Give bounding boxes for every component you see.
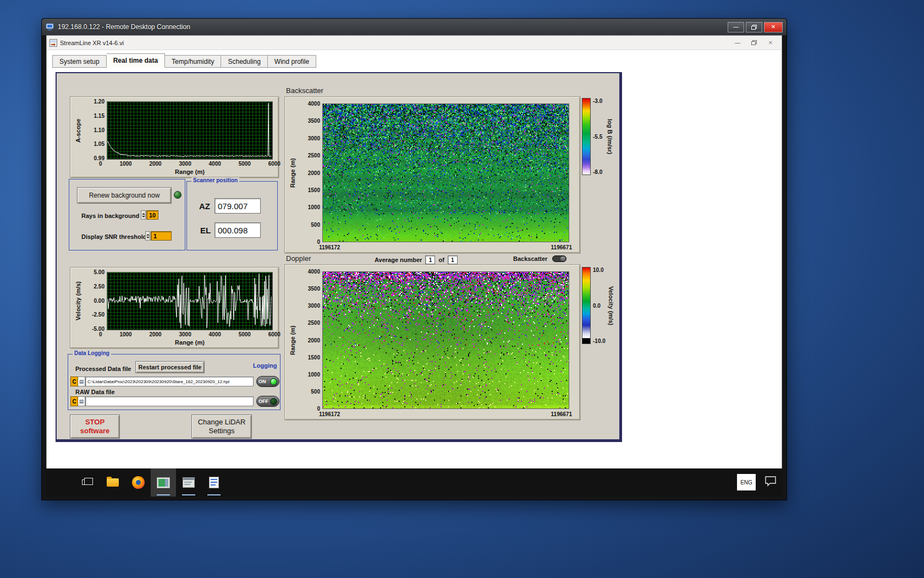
a-scope-x-axis-label: Range (m) bbox=[107, 168, 273, 175]
change-line1: Change LiDAR bbox=[198, 418, 246, 427]
data-logging-group: Data Logging Processed Data file Restart… bbox=[68, 354, 280, 410]
document-app-button[interactable] bbox=[201, 468, 227, 497]
backscatter-y-ticks: 40003500300025002000150010005000 bbox=[301, 101, 320, 245]
az-label: AZ bbox=[199, 201, 210, 211]
tab-wind-profile[interactable]: Wind profile bbox=[268, 55, 316, 68]
doppler-x-end: 1196671 bbox=[551, 411, 572, 417]
firefox-button[interactable] bbox=[125, 468, 151, 497]
backscatter-x-end: 1196671 bbox=[551, 244, 572, 250]
data-logging-title: Data Logging bbox=[73, 350, 111, 356]
browse-file-icon[interactable]: ▤ bbox=[78, 377, 85, 386]
rdp-close-button[interactable]: ✕ bbox=[764, 22, 783, 32]
average-number-field[interactable]: 1 bbox=[425, 255, 435, 264]
firefox-icon bbox=[132, 476, 145, 489]
raw-drive-selector[interactable]: C bbox=[70, 396, 78, 406]
scan-scheduler-button[interactable] bbox=[176, 468, 201, 497]
processed-logging-toggle[interactable]: ON bbox=[256, 376, 279, 387]
logging-label: Logging bbox=[253, 362, 277, 369]
processed-data-file-label: Processed Data file bbox=[75, 366, 131, 372]
tab-strip: System setup Real time data Temp/humidit… bbox=[47, 50, 782, 68]
restart-processed-file-button[interactable]: Restart processed file bbox=[135, 361, 205, 373]
doppler-colorbar-ticks: 10.00.0-10.0 bbox=[593, 267, 606, 344]
scanner-position-group: Scanner position AZ 079.007 EL 000.098 bbox=[186, 181, 278, 250]
rays-in-background-label: Rays in background bbox=[81, 212, 139, 219]
az-value-field[interactable]: 079.007 bbox=[215, 198, 261, 214]
taskbar: ENG bbox=[46, 468, 782, 497]
app-titlebar[interactable]: StreamLine XR v14-6.vi — ✕ bbox=[47, 36, 782, 50]
streamline-taskbar-button[interactable] bbox=[151, 468, 176, 497]
a-scope-x-ticks: 0100020003000400050006000 bbox=[99, 161, 280, 167]
browse-file-icon[interactable]: ▤ bbox=[78, 396, 85, 406]
rays-in-background-field[interactable]: 10 bbox=[146, 210, 158, 220]
rdp-restore-button[interactable] bbox=[746, 22, 762, 32]
rdp-window: 192.168.0.122 - Remote Desktop Connectio… bbox=[41, 18, 787, 500]
renew-background-button[interactable]: Renew background now bbox=[77, 187, 172, 204]
doppler-colorbar-label: Velocity (m/s) bbox=[608, 269, 614, 342]
processed-drive-selector[interactable]: C bbox=[70, 377, 78, 386]
doppler-y-ticks: 40003500300025002000150010005000 bbox=[301, 269, 320, 412]
chat-bubble-icon bbox=[765, 476, 777, 487]
language-indicator[interactable]: ENG bbox=[737, 474, 756, 490]
app-restore-button[interactable] bbox=[746, 37, 762, 48]
tab-temp-humidity[interactable]: Temp/humidity bbox=[165, 55, 221, 68]
el-value-field[interactable]: 000.098 bbox=[215, 222, 261, 238]
tab-system-setup[interactable]: System setup bbox=[52, 55, 107, 68]
backscatter-colorbar-gradient bbox=[582, 98, 591, 175]
a-scope-plot bbox=[107, 101, 273, 160]
display-snr-threshold-field[interactable]: 1 bbox=[151, 231, 172, 241]
rdp-titlebar[interactable]: 192.168.0.122 - Remote Desktop Connectio… bbox=[42, 19, 787, 35]
a-scope-plotbox: A-scope 1.201.151.101.050.99 01000200030… bbox=[70, 96, 279, 178]
app-minimize-button[interactable]: — bbox=[729, 37, 746, 48]
backscatter-x-range: 1196172 1196671 bbox=[319, 244, 572, 250]
raw-data-file-path[interactable] bbox=[85, 396, 254, 406]
velocity-y-axis-label: Velocity (m/s) bbox=[75, 272, 81, 330]
tab-real-time-data[interactable]: Real time data bbox=[107, 53, 165, 68]
backscatter-toggle-label: Backscatter bbox=[513, 255, 547, 262]
raw-path-row: C ▤ bbox=[70, 396, 254, 406]
streamline-app-window: StreamLine XR v14-6.vi — ✕ System setup … bbox=[46, 35, 782, 470]
labview-vi-icon bbox=[50, 39, 57, 47]
average-of-field[interactable]: 1 bbox=[448, 255, 458, 264]
folder-icon bbox=[107, 478, 119, 487]
change-lidar-settings-button[interactable]: Change LiDAR Settings bbox=[191, 415, 252, 439]
doppler-title: Doppler bbox=[286, 254, 311, 263]
task-view-button[interactable] bbox=[75, 468, 100, 497]
notifications-button[interactable] bbox=[765, 476, 777, 489]
backscatter-title: Backscatter bbox=[286, 86, 323, 95]
backscatter-plotbox: Range (m) 400035003000250020001500100050… bbox=[284, 96, 580, 253]
real-time-data-panel: A-scope 1.201.151.101.050.99 01000200030… bbox=[56, 72, 622, 442]
doppler-colorbar: 10.00.0-10.0 bbox=[582, 267, 606, 344]
raw-data-file-label: RAW Data file bbox=[75, 389, 115, 395]
backscatter-toggle-switch[interactable] bbox=[552, 255, 566, 262]
velocity-plotbox: Velocity (m/s) 5.002.500.00-2.50-5.00 01… bbox=[70, 267, 279, 348]
velocity-x-axis-label: Range (m) bbox=[107, 339, 273, 346]
remote-desktop-icon bbox=[46, 23, 54, 31]
file-explorer-button[interactable] bbox=[100, 468, 125, 497]
tab-scheduling[interactable]: Scheduling bbox=[221, 55, 267, 68]
restore-icon bbox=[751, 25, 757, 30]
backscatter-toggle-control: Backscatter bbox=[513, 255, 566, 262]
processed-data-file-path[interactable]: C:\Lidar\Data\Proc\2023\202309\20230920\… bbox=[85, 377, 254, 386]
processed-path-row: C ▤ C:\Lidar\Data\Proc\2023\202309\20230… bbox=[70, 377, 254, 386]
doppler-heatmap bbox=[322, 271, 569, 409]
velocity-y-ticks: 5.002.500.00-2.50-5.00 bbox=[85, 269, 105, 332]
doppler-plotbox: Range (m) 400035003000250020001500100050… bbox=[284, 264, 580, 420]
el-label: EL bbox=[200, 226, 211, 235]
doppler-colorbar-underflow bbox=[582, 339, 591, 344]
snr-spinner[interactable] bbox=[145, 231, 150, 241]
restore-icon bbox=[751, 40, 757, 45]
velocity-x-ticks: 0100020003000400050006000 bbox=[99, 331, 280, 337]
doppler-x-start: 1196172 bbox=[319, 411, 340, 417]
stop-line2: software bbox=[80, 427, 109, 435]
app-window-title: StreamLine XR v14-6.vi bbox=[60, 40, 729, 46]
app-close-button[interactable]: ✕ bbox=[762, 37, 779, 48]
backscatter-x-start: 1196172 bbox=[319, 244, 340, 250]
rays-spinner[interactable] bbox=[141, 210, 146, 220]
raw-logging-toggle[interactable]: OFF bbox=[256, 396, 279, 407]
app-screenshot-icon bbox=[157, 477, 170, 488]
velocity-plot bbox=[107, 272, 273, 330]
rdp-minimize-button[interactable]: — bbox=[728, 22, 744, 32]
display-snr-threshold-label: Display SNR threshold bbox=[81, 233, 147, 240]
a-scope-y-axis-label: A-scope bbox=[75, 101, 81, 160]
stop-software-button[interactable]: STOP software bbox=[70, 415, 120, 439]
